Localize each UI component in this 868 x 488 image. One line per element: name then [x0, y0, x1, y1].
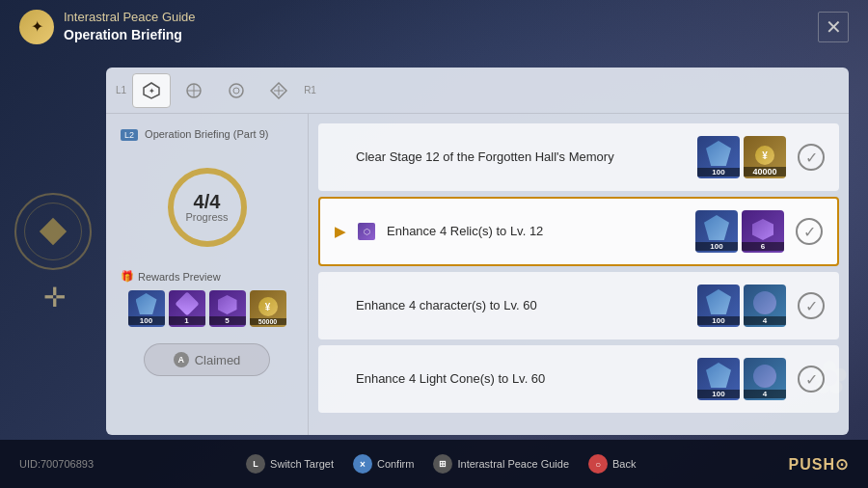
task-reward-3a: 100 [697, 285, 740, 327]
task-row-2[interactable]: ▶ ⬡ Enhance 4 Relic(s) to Lv. 12 100 6 ✓ [318, 197, 839, 266]
reward-item-3: 5 [209, 290, 246, 327]
task-name-1: Clear Stage 12 of the Forgotten Hall's M… [356, 149, 686, 166]
bottom-bar: UID:700706893 L Switch Target × Confirm … [0, 440, 868, 488]
diamond-shape [40, 218, 67, 245]
left-panel: L2 Operation Briefing (Part 9) 4/4 Progr… [106, 114, 309, 435]
progress-fraction: 4/4 [194, 192, 221, 211]
tab-bar: L1 ✦ R1 [106, 68, 849, 114]
progress-ring: 4/4 Progress [164, 164, 251, 251]
task-qty-1a: 100 [697, 168, 740, 176]
task-reward-4b: 4 [744, 358, 786, 400]
switch-target-label: Switch Target [270, 458, 334, 470]
reward-icon-purple [175, 291, 199, 315]
confirm-label: Confirm [377, 458, 415, 470]
task-row-1: ▶ Clear Stage 12 of the Forgotten Hall's… [318, 123, 839, 191]
task-indicator-2: ▶ [335, 224, 346, 239]
top-bar: ✦ Interastral Peace Guide Operation Brie… [0, 0, 868, 53]
task-name-3: Enhance 4 character(s) to Lv. 60 [356, 297, 686, 314]
task-name-4: Enhance 4 Light Cone(s) to Lv. 60 [356, 370, 686, 388]
task-check-4: ✓ [798, 366, 825, 393]
task-row-4: ▶ Enhance 4 Light Cone(s) to Lv. 60 100 … [318, 345, 839, 413]
rewards-title: 🎁 Rewards Preview [121, 270, 221, 283]
section-label: Operation Briefing [64, 26, 196, 43]
task-icon-gem-2 [704, 215, 729, 240]
bottom-control-back: ○ Back [588, 454, 636, 474]
reward-qty-1: 100 [128, 316, 165, 325]
reward-icon-credits: ¥ [258, 297, 278, 316]
l-button: L [246, 454, 265, 474]
claimed-button[interactable]: A Claimed [144, 343, 271, 376]
guide-icon: ✦ [19, 10, 54, 44]
task-row-3: ▶ Enhance 4 character(s) to Lv. 60 100 4… [318, 272, 839, 339]
task-reward-3b: 4 [744, 285, 786, 327]
uid-label: UID:700706893 [19, 458, 94, 470]
logo-text: PUSH [789, 456, 835, 473]
tab-active[interactable]: ✦ [132, 73, 171, 108]
guide-label: Interastral Peace Guide [64, 10, 196, 26]
reward-qty-4: 50000 [250, 318, 286, 325]
bottom-control-switch: L Switch Target [246, 454, 334, 474]
svg-point-6 [233, 88, 239, 94]
task-qty-3b: 4 [744, 316, 786, 325]
task-qty-4b: 4 [744, 390, 786, 398]
task-qty-1b: 40000 [744, 167, 786, 176]
task-icon-hex-2 [752, 219, 773, 240]
bottom-control-confirm: × Confirm [353, 454, 415, 474]
claimed-label: Claimed [195, 353, 241, 367]
l1-label: L1 [116, 85, 126, 95]
task-type-icon-2: ⬡ [358, 223, 375, 240]
svg-text:✦: ✦ [149, 87, 155, 95]
task-qty-2b: 6 [742, 242, 784, 251]
reward-qty-3: 5 [209, 316, 246, 325]
x-button: × [353, 454, 372, 474]
progress-ring-text: 4/4 Progress [164, 164, 251, 251]
rewards-row: 100 1 5 ¥ 50000 [128, 290, 286, 327]
rewards-icon: 🎁 [121, 270, 134, 283]
content-area: L2 Operation Briefing (Part 9) 4/4 Progr… [106, 114, 849, 435]
task-reward-1b: ¥ 40000 [744, 136, 786, 178]
reward-icon-gem [136, 293, 157, 314]
task-reward-1a: 100 [697, 136, 740, 178]
bottom-logo: PUSH⊙ [789, 455, 849, 474]
bottom-controls: L Switch Target × Confirm ⊞ Interastral … [246, 454, 636, 474]
task-qty-3a: 100 [697, 316, 740, 325]
task-icon-gem-4 [706, 363, 731, 388]
task-rewards-3: 100 4 [697, 285, 786, 327]
top-bar-text: Interastral Peace Guide Operation Briefi… [64, 10, 196, 43]
guide-nav-label: Interastral Peace Guide [457, 458, 569, 470]
logo-symbol: ⊙ [835, 456, 849, 473]
progress-label: Progress [185, 211, 228, 223]
task-name-2: Enhance 4 Relic(s) to Lv. 12 [387, 223, 684, 240]
tab-4[interactable] [259, 73, 298, 108]
ornament-inner [24, 203, 82, 260]
task-check-3: ✓ [798, 292, 825, 319]
r1-label: R1 [304, 85, 316, 95]
section-title: L2 Operation Briefing (Part 9) [121, 128, 268, 140]
a-icon: A [174, 352, 189, 367]
task-icon-char-3 [753, 291, 776, 314]
reward-item-2: 1 [169, 290, 205, 327]
b-button: ○ [588, 454, 608, 474]
cross-ornament: ✛ [37, 280, 71, 314]
task-rewards-2: 100 6 [695, 210, 784, 253]
task-reward-4a: 100 [697, 358, 740, 400]
task-icon-gem-1 [706, 141, 731, 166]
task-check-1: ✓ [798, 144, 825, 171]
reward-icon-hex [218, 295, 237, 314]
reward-qty-2: 1 [169, 316, 205, 325]
tab-3[interactable] [217, 73, 256, 108]
back-label: Back [612, 458, 636, 470]
reward-item-4: ¥ 50000 [250, 290, 286, 327]
right-panel: ▶ Clear Stage 12 of the Forgotten Hall's… [309, 114, 849, 435]
ornament-circle [14, 193, 92, 270]
task-reward-2a: 100 [695, 210, 738, 253]
close-button[interactable]: ✕ [818, 12, 849, 42]
grid-button: ⊞ [433, 454, 452, 474]
task-reward-2b: 6 [742, 210, 784, 253]
svg-point-5 [230, 84, 243, 97]
task-rewards-4: 100 4 [697, 358, 786, 400]
task-qty-4a: 100 [697, 390, 740, 398]
tab-2[interactable] [175, 73, 213, 108]
task-check-2: ✓ [796, 218, 823, 245]
task-qty-2a: 100 [695, 242, 738, 251]
